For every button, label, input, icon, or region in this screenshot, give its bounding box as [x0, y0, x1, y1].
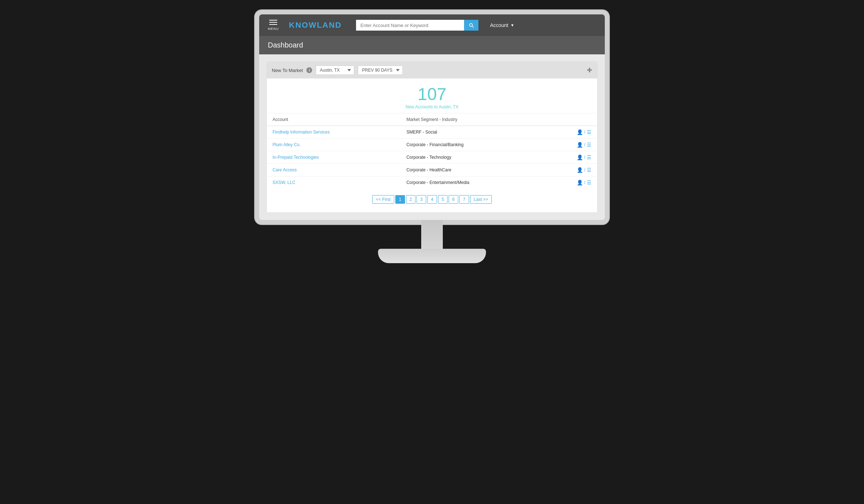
segment-cell: SMERF - Social	[401, 126, 546, 139]
page-button-4[interactable]: 4	[427, 195, 437, 204]
layers-icon[interactable]: ☰	[587, 142, 591, 148]
accounts-table: Account Market Segment - Industry Findhe…	[267, 113, 597, 189]
person-icon[interactable]: 👤	[577, 167, 583, 173]
table-body: Findhelp Information Services SMERF - So…	[267, 126, 597, 189]
account-label: Account	[490, 22, 508, 28]
metric-number: 107	[267, 86, 597, 103]
pagination-wrapper: << First 1 2 3 4 5 6 7 Last >>	[267, 189, 597, 212]
search-container	[356, 20, 478, 31]
slash-divider: /	[584, 142, 585, 147]
layers-icon[interactable]: ☰	[587, 167, 591, 173]
info-icon[interactable]: i	[306, 67, 312, 73]
menu-button[interactable]: MENU	[268, 20, 279, 31]
menu-bar-3	[269, 24, 277, 25]
search-icon	[468, 22, 474, 28]
move-icon[interactable]: ✚	[587, 66, 592, 74]
widget-header: New To Market i Austin, TX Dallas, TX Ho…	[267, 62, 597, 78]
person-icon[interactable]: 👤	[577, 129, 583, 135]
row-actions: 👤 / ☰	[577, 129, 591, 135]
table-row: In-Prepaid Technologies Corporate - Tech…	[267, 151, 597, 164]
page-title: Dashboard	[268, 41, 596, 49]
page-button-7[interactable]: 7	[459, 195, 469, 204]
slash-divider: /	[584, 167, 585, 172]
table-row: Findhelp Information Services SMERF - So…	[267, 126, 597, 139]
metric-section: 107 New Accounts to Austin, TX	[267, 78, 597, 113]
segment-cell: Corporate - Financial/Banking	[401, 139, 546, 151]
col-account: Account	[267, 113, 401, 126]
menu-label: MENU	[268, 27, 279, 31]
person-icon[interactable]: 👤	[577, 154, 583, 160]
slash-divider: /	[584, 180, 585, 185]
widget-title: New To Market	[272, 68, 303, 73]
account-link[interactable]: Care Access	[273, 167, 297, 172]
last-page-button[interactable]: Last >>	[470, 195, 492, 204]
new-to-market-widget: New To Market i Austin, TX Dallas, TX Ho…	[266, 62, 598, 213]
brand-logo: KNOWLAND	[289, 21, 342, 30]
metric-label: New Accounts to Austin, TX	[267, 104, 597, 109]
menu-bar-1	[269, 20, 277, 21]
table-header: Account Market Segment - Industry	[267, 113, 597, 126]
table-row: Care Access Corporate - HealthCare 👤 / ☰	[267, 164, 597, 176]
account-link[interactable]: SXSW, LLC	[273, 180, 295, 185]
table-row: SXSW, LLC Corporate - Entertainment/Medi…	[267, 176, 597, 189]
page-button-2[interactable]: 2	[406, 195, 416, 204]
slash-divider: /	[584, 130, 585, 135]
person-icon[interactable]: 👤	[577, 142, 583, 148]
monitor-neck	[421, 220, 443, 249]
segment-cell: Corporate - Technology	[401, 151, 546, 164]
account-menu[interactable]: Account ▼	[490, 22, 514, 28]
navbar: MENU KNOWLAND Account ▼	[259, 14, 605, 36]
col-actions	[546, 113, 597, 126]
page-button-6[interactable]: 6	[449, 195, 458, 204]
row-actions: 👤 / ☰	[577, 154, 591, 160]
dashboard-header: Dashboard	[259, 36, 605, 54]
page-button-5[interactable]: 5	[438, 195, 448, 204]
first-page-button[interactable]: << First	[372, 195, 394, 204]
layers-icon[interactable]: ☰	[587, 129, 591, 135]
table-row: Plum Alley Co. Corporate - Financial/Ban…	[267, 139, 597, 151]
col-segment: Market Segment - Industry	[401, 113, 546, 126]
segment-cell: Corporate - HealthCare	[401, 164, 546, 176]
location-filter[interactable]: Austin, TX Dallas, TX Houston, TX	[316, 66, 354, 75]
search-input[interactable]	[356, 20, 464, 31]
person-icon[interactable]: 👤	[577, 180, 583, 185]
chevron-down-icon: ▼	[510, 23, 514, 27]
row-actions: 👤 / ☰	[577, 142, 591, 148]
row-actions: 👤 / ☰	[577, 167, 591, 173]
slash-divider: /	[584, 155, 585, 160]
account-link[interactable]: Findhelp Information Services	[273, 130, 330, 135]
menu-bar-2	[269, 22, 277, 23]
layers-icon[interactable]: ☰	[587, 180, 591, 185]
account-link[interactable]: In-Prepaid Technologies	[273, 155, 319, 160]
account-link[interactable]: Plum Alley Co.	[273, 142, 301, 147]
period-filter[interactable]: PREV 90 DAYS PREV 30 DAYS PREV 60 DAYS	[358, 66, 403, 75]
main-content: New To Market i Austin, TX Dallas, TX Ho…	[259, 54, 605, 220]
pagination: << First 1 2 3 4 5 6 7 Last >>	[372, 195, 492, 204]
page-button-1[interactable]: 1	[395, 195, 405, 204]
segment-cell: Corporate - Entertainment/Media	[401, 176, 546, 189]
widget-header-left: New To Market i Austin, TX Dallas, TX Ho…	[272, 66, 403, 75]
layers-icon[interactable]: ☰	[587, 154, 591, 160]
page-button-3[interactable]: 3	[417, 195, 426, 204]
row-actions: 👤 / ☰	[577, 180, 591, 185]
monitor-base	[378, 249, 486, 263]
widget-filters: Austin, TX Dallas, TX Houston, TX PREV 9…	[316, 66, 403, 75]
search-button[interactable]	[464, 20, 478, 31]
